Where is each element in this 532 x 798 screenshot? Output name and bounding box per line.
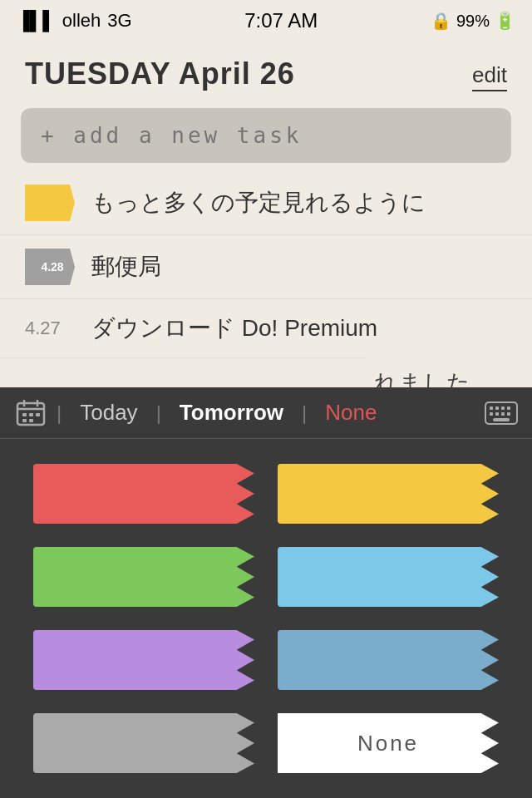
status-left: ▐▌▌ olleh 3G <box>17 10 132 32</box>
network-label: 3G <box>107 10 131 32</box>
svg-rect-4 <box>22 413 27 416</box>
table-row[interactable]: もっと多くの予定見れるように <box>0 171 532 235</box>
svg-rect-11 <box>495 406 499 410</box>
lock-icon: 🔒 <box>431 11 451 31</box>
signal-icon: ▐▌▌ <box>17 10 56 32</box>
svg-rect-6 <box>36 413 40 416</box>
task-text: もっと多くの予定見れるように <box>91 187 507 219</box>
status-bar: ▐▌▌ olleh 3G 7:07 AM 🔒 99% 🔋 <box>0 0 532 42</box>
svg-rect-13 <box>507 406 510 410</box>
svg-rect-8 <box>29 419 33 422</box>
carrier-label: olleh <box>62 10 101 32</box>
svg-rect-16 <box>501 412 505 416</box>
color-flag-yellow[interactable] <box>278 464 499 524</box>
svg-rect-5 <box>29 413 33 416</box>
calendar-icon-button[interactable] <box>8 391 53 436</box>
svg-rect-10 <box>490 406 493 410</box>
status-right: 🔒 99% 🔋 <box>431 11 515 31</box>
task-text: 郵便局 <box>91 251 507 283</box>
color-flag-gray[interactable] <box>33 713 254 773</box>
task-flag-yellow <box>25 185 75 221</box>
app-container: TUESDAY April 26 edit もっと多くの予定見れるように 4.2… <box>0 42 532 798</box>
page-title: TUESDAY April 26 <box>25 57 295 91</box>
svg-rect-18 <box>493 418 510 421</box>
task-text: ダウンロード Do! Premium <box>91 313 507 344</box>
task-date-label: 4.27 <box>25 318 75 339</box>
svg-rect-7 <box>22 419 27 422</box>
battery-percent: 99% <box>456 12 490 31</box>
svg-rect-17 <box>507 412 510 416</box>
date-tab-row: | Today | Tomorrow | None <box>0 387 532 439</box>
color-flag-green[interactable] <box>33 547 254 607</box>
edit-button[interactable]: edit <box>472 62 507 91</box>
picker-bar: | Today | Tomorrow | None <box>0 387 532 798</box>
color-flag-red[interactable] <box>33 464 254 524</box>
tab-today[interactable]: Today <box>65 393 152 432</box>
task-list: もっと多くの予定見れるように 4.28 郵便局 4.27 ダウンロード Do! … <box>0 171 532 358</box>
header: TUESDAY April 26 edit <box>0 42 532 100</box>
color-flag-blue[interactable] <box>278 547 499 607</box>
tab-divider-2: | <box>156 401 161 425</box>
color-flag-none[interactable]: None <box>278 713 499 773</box>
svg-rect-15 <box>495 412 499 416</box>
table-row[interactable]: 4.28 郵便局 <box>0 235 532 299</box>
keyboard-button[interactable] <box>479 391 524 436</box>
status-time: 7:07 AM <box>244 9 318 32</box>
color-picker-grid: None <box>0 439 532 798</box>
add-task-container[interactable] <box>21 108 511 163</box>
tab-divider-3: | <box>302 401 307 425</box>
battery-icon: 🔋 <box>495 11 515 31</box>
color-flag-steel[interactable] <box>278 630 499 690</box>
tab-tomorrow[interactable]: Tomorrow <box>165 393 298 432</box>
svg-rect-12 <box>501 406 505 410</box>
task-flag-gray: 4.28 <box>25 249 75 285</box>
add-task-input[interactable] <box>41 123 491 148</box>
tab-none[interactable]: None <box>310 393 392 432</box>
svg-rect-14 <box>490 412 493 416</box>
table-row[interactable]: 4.27 ダウンロード Do! Premium <box>0 299 532 358</box>
color-flag-purple[interactable] <box>33 630 254 690</box>
tab-divider: | <box>57 401 62 425</box>
